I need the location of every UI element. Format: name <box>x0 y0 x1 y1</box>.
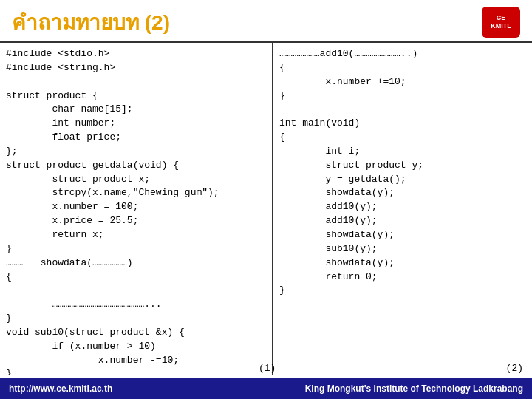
footer: http://www.ce.kmitl.ac.th King Mongkut's… <box>0 378 532 399</box>
page-number-left: (1) <box>259 363 276 374</box>
left-panel: #include <stdio.h> #include <string.h> s… <box>0 43 273 375</box>
left-code: #include <stdio.h> #include <string.h> s… <box>6 47 266 375</box>
page-number-right: (2) <box>506 363 523 374</box>
footer-url: http://www.ce.kmitl.ac.th <box>9 383 112 394</box>
main-content: #include <stdio.h> #include <string.h> s… <box>0 41 532 375</box>
right-panel: …………………add10(……………………..) { x.number +=10… <box>273 43 532 375</box>
header: คำถามทายบท (2) CE KMITL <box>0 0 532 41</box>
right-code: …………………add10(……………………..) { x.number +=10… <box>279 47 526 298</box>
logo-text: CE KMITL <box>491 14 511 30</box>
logo: CE KMITL <box>482 7 520 38</box>
page-title: คำถามทายบท (2) <box>12 6 170 38</box>
footer-institute: King Mongkut's Institute of Technology L… <box>305 383 523 394</box>
